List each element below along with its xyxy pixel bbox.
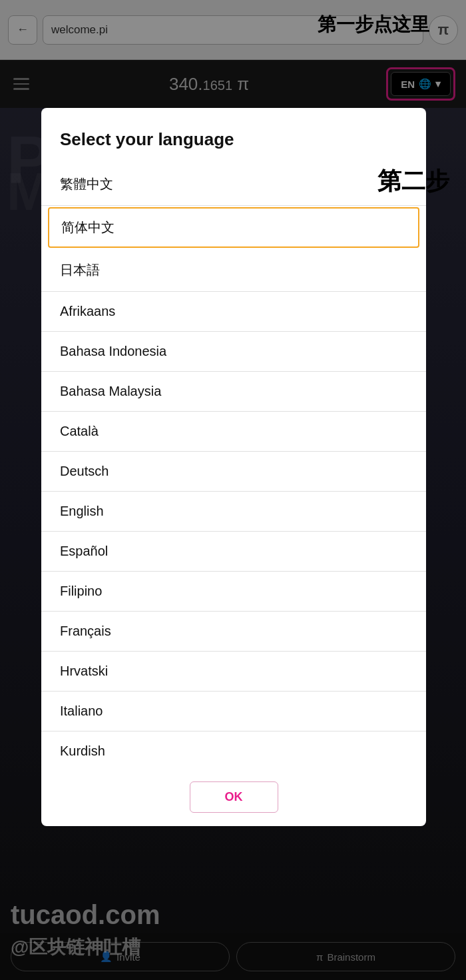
lang-item-afrikaans[interactable]: Afrikaans [41,292,426,332]
lang-item-catala[interactable]: Català [41,412,426,452]
lang-label-filipino: Filipino [60,584,102,598]
lang-item-hrvatski[interactable]: Hrvatski [41,652,426,692]
lang-label-afrikaans: Afrikaans [60,304,115,318]
lang-item-bahasa-indonesia[interactable]: Bahasa Indonesia [41,332,426,372]
lang-label-hrvatski: Hrvatski [60,664,108,678]
lang-item-filipino[interactable]: Filipino [41,572,426,612]
lang-label-catala: Català [60,424,99,438]
lang-label-deutsch: Deutsch [60,464,109,478]
lang-item-trad-chinese[interactable]: 繁體中文 [41,163,426,206]
lang-label-japanese: 日本語 [60,262,100,277]
lang-label-simp-chinese: 简体中文 [61,220,115,235]
lang-item-simp-chinese[interactable]: 简体中文 [48,207,419,248]
lang-label-bahasa-malaysia: Bahasa Malaysia [60,384,161,398]
lang-label-bahasa-indonesia: Bahasa Indonesia [60,344,166,358]
lang-item-kurdish[interactable]: Kurdish [41,732,426,771]
annotation-step-two: 第二步 [377,165,449,198]
modal-title: Select your language [60,129,234,149]
lang-item-bahasa-malaysia[interactable]: Bahasa Malaysia [41,372,426,412]
ok-button[interactable]: OK [190,781,278,813]
lang-label-espanol: Español [60,544,108,558]
modal-footer: OK [41,771,426,826]
lang-label-francais: Français [60,624,111,638]
lang-label-kurdish: Kurdish [60,743,105,758]
lang-item-deutsch[interactable]: Deutsch [41,452,426,492]
lang-label-italiano: Italiano [60,704,103,718]
lang-item-francais[interactable]: Français [41,612,426,652]
lang-label-trad-chinese: 繁體中文 [60,177,113,191]
lang-item-japanese[interactable]: 日本語 [41,249,426,292]
lang-item-italiano[interactable]: Italiano [41,692,426,732]
lang-item-espanol[interactable]: Español [41,532,426,572]
language-list: 繁體中文 简体中文 日本語 Afrikaans Bahasa Indonesia… [41,163,426,771]
lang-label-english: English [60,504,104,518]
language-select-modal: Select your language 繁體中文 简体中文 日本語 Afrik… [41,108,426,826]
modal-title-area: Select your language [41,108,426,163]
lang-item-english[interactable]: English [41,492,426,532]
